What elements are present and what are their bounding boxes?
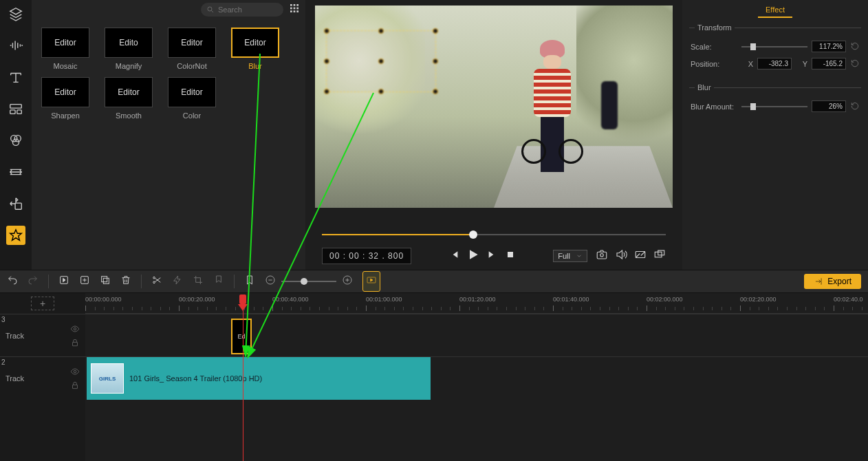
reset-icon[interactable]: [850, 41, 860, 52]
effect-label: Sharpen: [51, 111, 80, 120]
resize-handle[interactable]: [324, 28, 329, 34]
delete-button[interactable]: [120, 275, 131, 288]
svg-rect-22: [658, 250, 664, 255]
aspect-icon[interactable]: [634, 248, 647, 264]
effect-clip[interactable]: Ed: [231, 319, 252, 354]
blur-selection-box[interactable]: [326, 30, 436, 92]
play-button[interactable]: [466, 248, 480, 264]
filters-icon[interactable]: [6, 131, 25, 150]
resize-handle[interactable]: [378, 58, 384, 64]
bookmark-icon[interactable]: [244, 275, 255, 288]
playhead[interactable]: [239, 294, 246, 304]
resize-handle[interactable]: [433, 89, 438, 94]
blur-amount-label: Blur Amount:: [691, 103, 737, 111]
undo-button[interactable]: [7, 275, 18, 288]
svg-rect-11: [290, 8, 292, 10]
resize-handle[interactable]: [378, 28, 384, 34]
position-y-value[interactable]: -165.2: [812, 58, 846, 69]
visibility-icon[interactable]: [70, 367, 80, 376]
templates-icon[interactable]: [6, 99, 25, 118]
layers-icon[interactable]: [6, 4, 25, 23]
tool-add-icon[interactable]: [79, 275, 90, 288]
properties-panel: Effect Transform Scale: 117.2% Position:…: [682, 0, 868, 270]
detach-icon[interactable]: [653, 248, 666, 264]
svg-point-34: [74, 370, 76, 373]
blur-slider[interactable]: [741, 102, 807, 111]
timeline-ruler[interactable]: 00:00:00.00000:00:20.00000:00:40.00000:0…: [85, 293, 868, 314]
resize-handle[interactable]: [378, 89, 384, 94]
position-x-value[interactable]: -382.3: [757, 58, 792, 69]
quality-dropdown[interactable]: Full: [553, 250, 587, 262]
grid-view-icon[interactable]: [289, 3, 300, 17]
redo-button[interactable]: [28, 275, 39, 288]
add-track-button[interactable]: +: [31, 297, 54, 310]
lock-icon[interactable]: [70, 380, 80, 390]
video-preview[interactable]: [315, 6, 673, 208]
track-header[interactable]: 2Track: [0, 356, 85, 399]
effect-mosaic[interactable]: EditorMosaic: [41, 28, 89, 70]
effect-smooth[interactable]: EditorSmooth: [105, 77, 153, 120]
effect-blur[interactable]: EditorBlur: [231, 28, 279, 70]
tool-select-icon[interactable]: [58, 275, 69, 288]
resize-handle[interactable]: [433, 28, 438, 34]
effect-magnify[interactable]: EditoMagnify: [105, 28, 153, 70]
zoom-in-button[interactable]: [342, 275, 353, 288]
stop-button[interactable]: [505, 249, 516, 263]
ruler-mark: 00:00:20.000: [179, 296, 215, 303]
effect-sharpen[interactable]: EditorSharpen: [41, 77, 89, 120]
lock-icon[interactable]: [70, 338, 80, 347]
reset-icon[interactable]: [850, 101, 860, 112]
speed-icon[interactable]: [172, 275, 183, 288]
zoom-out-button[interactable]: [265, 275, 276, 288]
ruler-mark: 00:01:00.000: [366, 296, 402, 303]
svg-rect-16: [296, 10, 299, 12]
ruler-mark: 00:01:20.000: [459, 296, 496, 303]
blur-amount-value[interactable]: 26%: [812, 100, 846, 112]
resize-handle[interactable]: [324, 89, 329, 94]
preview-area: 00 : 00 : 32 . 800 Full: [305, 0, 682, 270]
effect-thumb: Editor: [168, 77, 216, 107]
favorites-icon[interactable]: [6, 226, 25, 245]
timeline-lane[interactable]: Ed: [85, 314, 868, 356]
transform-group-label: Transform: [695, 23, 735, 32]
scale-value[interactable]: 117.2%: [812, 41, 846, 52]
effect-color[interactable]: EditorColor: [168, 77, 216, 120]
volume-icon[interactable]: [615, 248, 627, 264]
tool-copy-icon[interactable]: [100, 275, 111, 288]
svg-rect-35: [73, 385, 78, 388]
audio-icon[interactable]: [6, 36, 25, 55]
next-frame-button[interactable]: [487, 249, 498, 263]
transitions-icon[interactable]: [6, 162, 25, 182]
visibility-icon[interactable]: [70, 324, 80, 334]
render-button[interactable]: [362, 271, 380, 292]
crop-icon[interactable]: [193, 275, 204, 288]
prev-frame-button[interactable]: [448, 249, 459, 263]
tool-sidebar: [0, 0, 32, 270]
resize-handle[interactable]: [324, 58, 329, 64]
effect-colornot[interactable]: EditorColorNot: [168, 28, 216, 70]
split-button[interactable]: [151, 275, 162, 288]
resize-handle[interactable]: [433, 58, 438, 64]
scrub-knob[interactable]: [469, 231, 477, 239]
track-label: Track: [6, 332, 24, 340]
reset-icon[interactable]: [850, 58, 860, 69]
svg-rect-26: [103, 278, 109, 283]
export-button[interactable]: Export: [804, 274, 861, 289]
track-header[interactable]: 3Track: [0, 314, 85, 356]
search-input[interactable]: [218, 6, 273, 14]
scrub-bar[interactable]: [322, 228, 666, 241]
text-icon[interactable]: [6, 67, 25, 87]
zoom-slider[interactable]: [281, 281, 336, 282]
timeline-lane[interactable]: GIRLS101 Girls_ Season 4 Trailer (1080p …: [85, 356, 868, 399]
effect-label: Color: [183, 111, 201, 120]
svg-rect-17: [508, 252, 513, 257]
scale-slider[interactable]: [741, 42, 807, 52]
marker-icon[interactable]: [213, 275, 224, 288]
svg-rect-13: [296, 8, 299, 10]
transform-icon[interactable]: [6, 194, 25, 213]
search-icon: [206, 6, 215, 14]
snapshot-icon[interactable]: [596, 248, 608, 264]
effect-thumb: Edito: [105, 28, 153, 58]
search-box[interactable]: [201, 3, 283, 17]
video-clip[interactable]: GIRLS101 Girls_ Season 4 Trailer (1080p …: [87, 357, 431, 400]
